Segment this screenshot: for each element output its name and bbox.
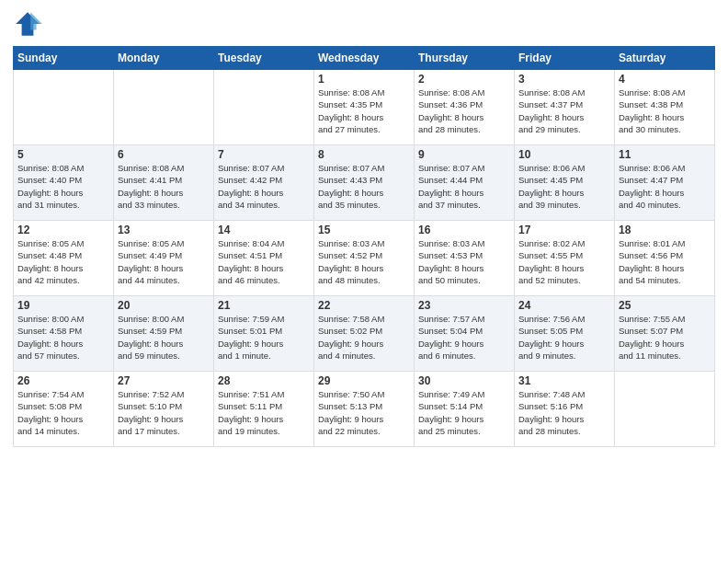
day-number: 15 bbox=[318, 224, 410, 236]
day-info: Sunrise: 8:07 AMSunset: 4:43 PMDaylight:… bbox=[318, 162, 410, 211]
page: SundayMondayTuesdayWednesdayThursdayFrid… bbox=[0, 0, 728, 563]
calendar-day-24: 24Sunrise: 7:56 AMSunset: 5:05 PMDayligh… bbox=[515, 296, 615, 372]
empty-calendar-cell bbox=[114, 70, 214, 145]
weekday-header-thursday: Thursday bbox=[415, 47, 515, 70]
calendar-day-19: 19Sunrise: 8:00 AMSunset: 4:58 PMDayligh… bbox=[14, 296, 114, 372]
day-number: 1 bbox=[318, 73, 410, 86]
day-number: 21 bbox=[218, 299, 310, 312]
calendar-day-21: 21Sunrise: 7:59 AMSunset: 5:01 PMDayligh… bbox=[214, 296, 314, 372]
calendar-day-14: 14Sunrise: 8:04 AMSunset: 4:51 PMDayligh… bbox=[214, 221, 314, 296]
logo-icon bbox=[13, 9, 42, 39]
weekday-header-monday: Monday bbox=[114, 47, 214, 70]
day-info: Sunrise: 8:00 AMSunset: 4:58 PMDaylight:… bbox=[17, 313, 109, 362]
calendar-day-6: 6Sunrise: 8:08 AMSunset: 4:41 PMDaylight… bbox=[114, 145, 214, 221]
weekday-header-tuesday: Tuesday bbox=[214, 47, 314, 70]
calendar-day-30: 30Sunrise: 7:49 AMSunset: 5:14 PMDayligh… bbox=[415, 372, 515, 447]
calendar-day-31: 31Sunrise: 7:48 AMSunset: 5:16 PMDayligh… bbox=[515, 372, 615, 447]
svg-marker-1 bbox=[30, 12, 42, 29]
calendar-day-20: 20Sunrise: 8:00 AMSunset: 4:59 PMDayligh… bbox=[114, 296, 214, 372]
day-number: 26 bbox=[17, 374, 109, 387]
day-info: Sunrise: 8:08 AMSunset: 4:38 PMDaylight:… bbox=[619, 86, 711, 135]
day-info: Sunrise: 8:02 AMSunset: 4:55 PMDaylight:… bbox=[518, 237, 610, 286]
calendar-day-13: 13Sunrise: 8:05 AMSunset: 4:49 PMDayligh… bbox=[114, 221, 214, 296]
weekday-header-wednesday: Wednesday bbox=[314, 47, 415, 70]
day-info: Sunrise: 8:08 AMSunset: 4:35 PMDaylight:… bbox=[318, 86, 410, 135]
calendar-week-row: 1Sunrise: 8:08 AMSunset: 4:35 PMDaylight… bbox=[14, 70, 715, 145]
day-number: 30 bbox=[418, 374, 510, 387]
day-info: Sunrise: 8:08 AMSunset: 4:41 PMDaylight:… bbox=[118, 162, 210, 211]
calendar-day-28: 28Sunrise: 7:51 AMSunset: 5:11 PMDayligh… bbox=[214, 372, 314, 447]
day-number: 10 bbox=[518, 148, 610, 161]
day-number: 27 bbox=[118, 374, 210, 387]
calendar-day-9: 9Sunrise: 8:07 AMSunset: 4:44 PMDaylight… bbox=[415, 145, 515, 221]
day-info: Sunrise: 8:05 AMSunset: 4:48 PMDaylight:… bbox=[17, 237, 109, 286]
day-number: 22 bbox=[318, 299, 410, 312]
day-info: Sunrise: 8:07 AMSunset: 4:44 PMDaylight:… bbox=[418, 162, 510, 211]
calendar-day-5: 5Sunrise: 8:08 AMSunset: 4:40 PMDaylight… bbox=[14, 145, 114, 221]
logo bbox=[13, 9, 46, 39]
day-number: 29 bbox=[318, 374, 410, 387]
day-number: 18 bbox=[619, 224, 711, 236]
day-number: 3 bbox=[518, 73, 610, 86]
day-info: Sunrise: 8:06 AMSunset: 4:45 PMDaylight:… bbox=[518, 162, 610, 211]
day-info: Sunrise: 7:52 AMSunset: 5:10 PMDaylight:… bbox=[118, 388, 210, 437]
day-info: Sunrise: 7:49 AMSunset: 5:14 PMDaylight:… bbox=[418, 388, 510, 437]
day-info: Sunrise: 7:59 AMSunset: 5:01 PMDaylight:… bbox=[218, 313, 310, 362]
calendar-day-12: 12Sunrise: 8:05 AMSunset: 4:48 PMDayligh… bbox=[14, 221, 114, 296]
day-info: Sunrise: 7:50 AMSunset: 5:13 PMDaylight:… bbox=[318, 388, 410, 437]
day-info: Sunrise: 8:04 AMSunset: 4:51 PMDaylight:… bbox=[218, 237, 310, 286]
day-number: 24 bbox=[518, 299, 610, 312]
empty-calendar-cell bbox=[615, 372, 715, 447]
day-number: 9 bbox=[418, 148, 510, 161]
weekday-header-saturday: Saturday bbox=[615, 47, 715, 70]
calendar-day-8: 8Sunrise: 8:07 AMSunset: 4:43 PMDaylight… bbox=[314, 145, 415, 221]
day-number: 11 bbox=[619, 148, 711, 161]
calendar-day-27: 27Sunrise: 7:52 AMSunset: 5:10 PMDayligh… bbox=[114, 372, 214, 447]
calendar-week-row: 26Sunrise: 7:54 AMSunset: 5:08 PMDayligh… bbox=[14, 372, 715, 447]
day-number: 16 bbox=[418, 224, 510, 236]
calendar-day-1: 1Sunrise: 8:08 AMSunset: 4:35 PMDaylight… bbox=[314, 70, 415, 145]
empty-calendar-cell bbox=[14, 70, 114, 145]
day-info: Sunrise: 8:07 AMSunset: 4:42 PMDaylight:… bbox=[218, 162, 310, 211]
calendar-day-10: 10Sunrise: 8:06 AMSunset: 4:45 PMDayligh… bbox=[515, 145, 615, 221]
calendar-day-17: 17Sunrise: 8:02 AMSunset: 4:55 PMDayligh… bbox=[515, 221, 615, 296]
day-info: Sunrise: 7:54 AMSunset: 5:08 PMDaylight:… bbox=[17, 388, 109, 437]
day-number: 20 bbox=[118, 299, 210, 312]
day-number: 23 bbox=[418, 299, 510, 312]
day-info: Sunrise: 7:58 AMSunset: 5:02 PMDaylight:… bbox=[318, 313, 410, 362]
calendar-day-23: 23Sunrise: 7:57 AMSunset: 5:04 PMDayligh… bbox=[415, 296, 515, 372]
empty-calendar-cell bbox=[214, 70, 314, 145]
day-info: Sunrise: 8:00 AMSunset: 4:59 PMDaylight:… bbox=[118, 313, 210, 362]
calendar-day-2: 2Sunrise: 8:08 AMSunset: 4:36 PMDaylight… bbox=[415, 70, 515, 145]
day-info: Sunrise: 8:05 AMSunset: 4:49 PMDaylight:… bbox=[118, 237, 210, 286]
day-info: Sunrise: 8:01 AMSunset: 4:56 PMDaylight:… bbox=[619, 237, 711, 286]
day-number: 13 bbox=[118, 224, 210, 236]
calendar-day-16: 16Sunrise: 8:03 AMSunset: 4:53 PMDayligh… bbox=[415, 221, 515, 296]
day-info: Sunrise: 7:48 AMSunset: 5:16 PMDaylight:… bbox=[518, 388, 610, 437]
day-info: Sunrise: 8:03 AMSunset: 4:53 PMDaylight:… bbox=[418, 237, 510, 286]
day-number: 25 bbox=[619, 299, 711, 312]
day-info: Sunrise: 8:08 AMSunset: 4:40 PMDaylight:… bbox=[17, 162, 109, 211]
day-number: 6 bbox=[118, 148, 210, 161]
calendar-week-row: 19Sunrise: 8:00 AMSunset: 4:58 PMDayligh… bbox=[14, 296, 715, 372]
day-number: 8 bbox=[318, 148, 410, 161]
day-number: 17 bbox=[518, 224, 610, 236]
calendar-day-7: 7Sunrise: 8:07 AMSunset: 4:42 PMDaylight… bbox=[214, 145, 314, 221]
calendar-table: SundayMondayTuesdayWednesdayThursdayFrid… bbox=[13, 46, 715, 447]
weekday-header-friday: Friday bbox=[515, 47, 615, 70]
day-info: Sunrise: 7:56 AMSunset: 5:05 PMDaylight:… bbox=[518, 313, 610, 362]
day-info: Sunrise: 7:57 AMSunset: 5:04 PMDaylight:… bbox=[418, 313, 510, 362]
day-number: 2 bbox=[418, 73, 510, 86]
day-number: 19 bbox=[17, 299, 109, 312]
calendar-day-11: 11Sunrise: 8:06 AMSunset: 4:47 PMDayligh… bbox=[615, 145, 715, 221]
day-number: 31 bbox=[518, 374, 610, 387]
day-info: Sunrise: 8:06 AMSunset: 4:47 PMDaylight:… bbox=[619, 162, 711, 211]
day-number: 14 bbox=[218, 224, 310, 236]
day-info: Sunrise: 8:08 AMSunset: 4:36 PMDaylight:… bbox=[418, 86, 510, 135]
day-info: Sunrise: 8:03 AMSunset: 4:52 PMDaylight:… bbox=[318, 237, 410, 286]
header bbox=[13, 9, 715, 39]
calendar-day-3: 3Sunrise: 8:08 AMSunset: 4:37 PMDaylight… bbox=[515, 70, 615, 145]
weekday-header-row: SundayMondayTuesdayWednesdayThursdayFrid… bbox=[14, 47, 715, 70]
calendar-day-4: 4Sunrise: 8:08 AMSunset: 4:38 PMDaylight… bbox=[615, 70, 715, 145]
weekday-header-sunday: Sunday bbox=[14, 47, 114, 70]
